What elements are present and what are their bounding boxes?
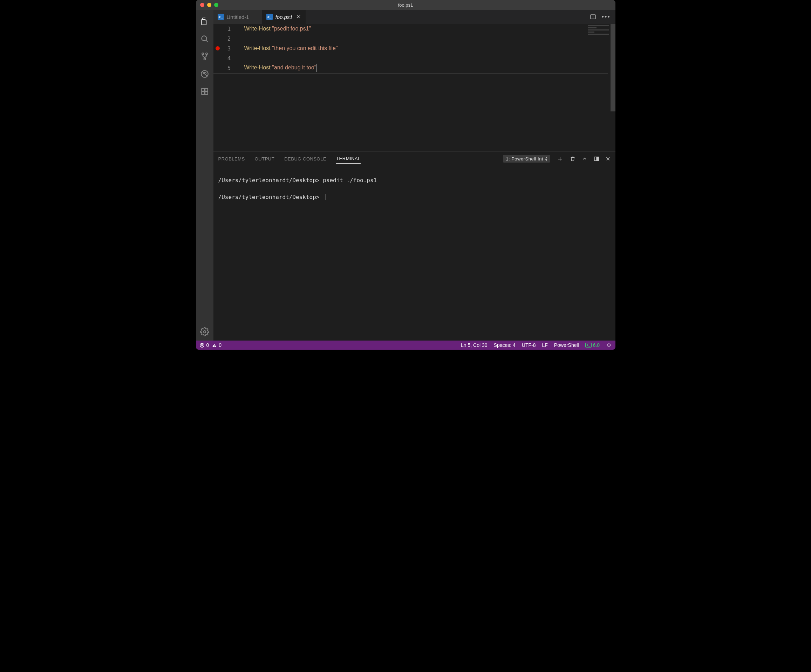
svg-point-4 bbox=[204, 58, 205, 60]
svg-rect-6 bbox=[202, 88, 204, 91]
chevron-updown-icon: ▴▾ bbox=[545, 156, 548, 161]
line-number: 5 bbox=[222, 65, 236, 71]
powershell-file-icon: >_ bbox=[266, 14, 273, 20]
status-eol[interactable]: LF bbox=[542, 342, 548, 348]
editor-scrollbar[interactable] bbox=[611, 24, 616, 112]
terminal-selector[interactable]: 1: PowerShell Int ▴▾ bbox=[503, 155, 550, 162]
tab-label: foo.ps1 bbox=[275, 14, 293, 20]
breakpoint-gutter[interactable] bbox=[214, 63, 222, 73]
close-window-button[interactable] bbox=[200, 3, 204, 7]
code-editor[interactable]: 1 Write-Host "psedit foo.ps1" 2 3 Write-… bbox=[214, 24, 616, 151]
code-line: 5 Write-Host "and debug it too" bbox=[214, 63, 616, 73]
breakpoint-gutter[interactable] bbox=[214, 44, 222, 53]
terminal-view[interactable]: /Users/tylerleonhardt/Desktop> psedit ./… bbox=[214, 166, 616, 340]
breakpoint-icon[interactable] bbox=[215, 46, 220, 51]
terminal-cursor bbox=[323, 194, 326, 200]
tab-untitled-1[interactable]: >_ Untitled-1 ✕ bbox=[214, 10, 262, 24]
status-errors[interactable]: 0 bbox=[199, 342, 209, 348]
status-warnings-count: 0 bbox=[219, 342, 222, 348]
activity-bar bbox=[196, 10, 214, 340]
svg-line-1 bbox=[206, 40, 207, 42]
status-language-mode[interactable]: PowerShell bbox=[554, 342, 579, 348]
status-indentation[interactable]: Spaces: 4 bbox=[494, 342, 516, 348]
minimize-window-button[interactable] bbox=[207, 3, 211, 7]
close-panel-icon[interactable]: ✕ bbox=[606, 156, 611, 162]
tab-close-icon[interactable]: ✕ bbox=[295, 14, 301, 20]
svg-point-3 bbox=[206, 53, 207, 55]
new-terminal-icon[interactable]: ＋ bbox=[557, 154, 564, 164]
breakpoint-gutter[interactable] bbox=[214, 34, 222, 44]
tabbar-actions: ••• bbox=[590, 10, 616, 24]
terminal-selector-label: 1: PowerShell Int bbox=[506, 156, 543, 161]
status-warnings[interactable]: 0 bbox=[212, 342, 222, 348]
search-icon[interactable] bbox=[196, 30, 214, 47]
line-number: 3 bbox=[222, 45, 236, 52]
svg-rect-18 bbox=[585, 343, 591, 347]
bottom-panel: PROBLEMS OUTPUT DEBUG CONSOLE TERMINAL 1… bbox=[214, 151, 616, 340]
svg-point-2 bbox=[202, 53, 204, 55]
code-line: 4 bbox=[214, 53, 616, 63]
status-encoding[interactable]: UTF-8 bbox=[522, 342, 536, 348]
status-errors-count: 0 bbox=[207, 342, 209, 348]
svg-rect-7 bbox=[202, 92, 204, 95]
breakpoint-gutter[interactable] bbox=[214, 24, 222, 34]
svg-point-10 bbox=[203, 331, 206, 333]
code-line: 2 bbox=[214, 34, 616, 44]
editor-tabbar: >_ Untitled-1 ✕ >_ foo.ps1 ✕ ••• bbox=[214, 10, 616, 24]
panel-tab-terminal[interactable]: TERMINAL bbox=[336, 154, 361, 164]
code-line: 3 Write-Host "then you can edit this fil… bbox=[214, 44, 616, 53]
panel-tab-problems[interactable]: PROBLEMS bbox=[218, 154, 245, 164]
status-powershell-version[interactable]: 6.0 bbox=[585, 342, 600, 348]
kill-terminal-icon[interactable] bbox=[570, 156, 575, 162]
panel-tab-debug-console[interactable]: DEBUG CONSOLE bbox=[284, 154, 326, 164]
explorer-icon[interactable] bbox=[196, 13, 214, 30]
titlebar: foo.ps1 bbox=[196, 0, 616, 10]
terminal-command: psedit ./foo.ps1 bbox=[323, 177, 377, 184]
toggle-panel-layout-icon[interactable] bbox=[594, 156, 599, 161]
terminal-prompt: /Users/tylerleonhardt/Desktop> bbox=[218, 194, 320, 200]
panel-tabbar: PROBLEMS OUTPUT DEBUG CONSOLE TERMINAL 1… bbox=[214, 152, 616, 166]
more-actions-icon[interactable]: ••• bbox=[602, 13, 611, 21]
status-bar: 0 0 Ln 5, Col 30 Spaces: 4 UTF-8 LF Powe… bbox=[196, 340, 616, 350]
breakpoint-gutter[interactable] bbox=[214, 53, 222, 63]
window-title: foo.ps1 bbox=[398, 2, 413, 8]
powershell-file-icon: >_ bbox=[218, 14, 224, 20]
minimap[interactable] bbox=[588, 25, 609, 36]
line-number: 4 bbox=[222, 55, 236, 62]
status-feedback-icon[interactable]: ☺ bbox=[606, 342, 612, 348]
status-cursor-position[interactable]: Ln 5, Col 30 bbox=[461, 342, 487, 348]
maximize-window-button[interactable] bbox=[214, 3, 218, 7]
debug-icon[interactable] bbox=[196, 65, 214, 83]
svg-rect-9 bbox=[205, 88, 208, 91]
main-row: >_ Untitled-1 ✕ >_ foo.ps1 ✕ ••• bbox=[196, 10, 616, 340]
extensions-icon[interactable] bbox=[196, 83, 214, 100]
maximize-panel-icon[interactable] bbox=[582, 156, 587, 161]
svg-rect-14 bbox=[597, 157, 599, 161]
line-number: 2 bbox=[222, 36, 236, 42]
terminal-prompt: /Users/tylerleonhardt/Desktop> bbox=[218, 177, 320, 184]
editor-area: >_ Untitled-1 ✕ >_ foo.ps1 ✕ ••• bbox=[214, 10, 616, 340]
vscode-window: foo.ps1 bbox=[196, 0, 616, 350]
panel-tab-output[interactable]: OUTPUT bbox=[255, 154, 275, 164]
code-line: 1 Write-Host "psedit foo.ps1" bbox=[214, 24, 616, 34]
svg-point-0 bbox=[202, 36, 207, 41]
tab-foo-ps1[interactable]: >_ foo.ps1 ✕ bbox=[262, 10, 305, 24]
source-control-icon[interactable] bbox=[196, 47, 214, 65]
window-controls bbox=[196, 3, 218, 7]
tab-label: Untitled-1 bbox=[227, 14, 249, 20]
settings-gear-icon[interactable] bbox=[196, 323, 214, 340]
svg-rect-8 bbox=[205, 92, 208, 95]
split-editor-icon[interactable] bbox=[590, 14, 596, 20]
line-number: 1 bbox=[222, 25, 236, 32]
status-ps-version-text: 6.0 bbox=[593, 342, 600, 348]
